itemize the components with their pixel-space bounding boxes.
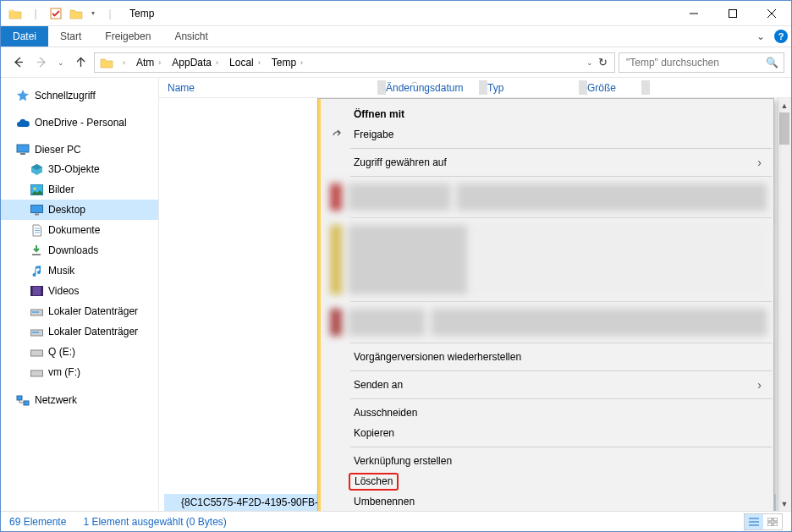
- network-icon: [16, 393, 30, 407]
- view-tab[interactable]: Ansicht: [162, 26, 219, 47]
- sidebar-localdisk-1[interactable]: Lokaler Datenträger: [1, 301, 158, 321]
- sidebar-thispc[interactable]: Dieser PC: [1, 140, 158, 159]
- view-icons-button[interactable]: [763, 514, 782, 529]
- qat-newfolder-icon[interactable]: [67, 4, 85, 23]
- ctx-create-shortcut[interactable]: Verknüpfung erstellen: [318, 451, 773, 471]
- sidebar-label: Downloads: [48, 244, 98, 256]
- sidebar-label: Lokaler Datenträger: [48, 305, 138, 317]
- search-icon[interactable]: 🔍: [766, 57, 778, 69]
- content-pane: Name ︿ Änderungsdatum Typ Größe Öffnen m…: [159, 78, 791, 511]
- nav-up-button[interactable]: [70, 52, 91, 73]
- ctx-share[interactable]: Freigabe: [318, 124, 773, 145]
- title-bar: | ▾ | Temp: [1, 1, 791, 26]
- svg-rect-12: [30, 205, 42, 212]
- search-input[interactable]: [624, 56, 751, 69]
- svg-rect-13: [35, 213, 39, 215]
- col-size-header[interactable]: Größe: [579, 82, 641, 94]
- scroll-down-icon[interactable]: ▼: [778, 496, 791, 511]
- svg-rect-17: [32, 254, 41, 255]
- svg-rect-34: [767, 523, 772, 526]
- delete-highlight: Löschen: [349, 473, 399, 491]
- ctx-copy[interactable]: Kopieren: [318, 423, 773, 443]
- close-button[interactable]: [752, 1, 791, 26]
- sidebar-network[interactable]: Netzwerk: [1, 391, 158, 409]
- sidebar-label: Videos: [48, 285, 79, 297]
- sidebar-label: Musik: [48, 265, 74, 277]
- sidebar-music[interactable]: Musik: [1, 261, 158, 281]
- svg-rect-33: [773, 518, 778, 521]
- documents-icon: [30, 223, 43, 237]
- sidebar-3d-objects[interactable]: 3D-Objekte: [1, 159, 158, 179]
- ctx-send-to[interactable]: Senden an›: [318, 375, 773, 395]
- crumb-1[interactable]: AppData›: [168, 53, 226, 72]
- ctx-rename[interactable]: Umbenennen: [318, 491, 773, 511]
- scroll-thumb[interactable]: [779, 112, 789, 145]
- videos-icon: [30, 284, 43, 298]
- sidebar-localdisk-2[interactable]: Lokaler Datenträger: [1, 321, 158, 342]
- sidebar-pictures[interactable]: Bilder: [1, 179, 158, 200]
- address-bar[interactable]: › Atm› AppData› Local› Temp› ⌄ ↻: [94, 52, 615, 73]
- maximize-button[interactable]: [713, 1, 752, 26]
- status-bar: 69 Elemente 1 Element ausgewählt (0 Byte…: [1, 511, 791, 531]
- context-menu: Öffnen mit Freigabe Zugriff gewähren auf…: [317, 98, 774, 511]
- help-button[interactable]: ?: [771, 26, 791, 47]
- sidebar-documents[interactable]: Dokumente: [1, 220, 158, 240]
- column-headers: Name ︿ Änderungsdatum Typ Größe: [159, 78, 791, 98]
- nav-forward-button[interactable]: [31, 52, 52, 73]
- sidebar-label: vm (F:): [48, 366, 80, 378]
- sidebar-label: Dokumente: [48, 224, 100, 236]
- view-mode-toggle: [744, 513, 783, 530]
- drive-icon: [30, 304, 43, 318]
- nav-back-button[interactable]: [8, 52, 28, 73]
- help-icon: ?: [774, 30, 788, 43]
- address-folder-icon: [98, 57, 115, 69]
- minimize-button[interactable]: [674, 1, 713, 26]
- sidebar-label: Netzwerk: [35, 394, 77, 406]
- svg-rect-24: [32, 332, 39, 333]
- sidebar-quickaccess[interactable]: Schnellzugriff: [1, 86, 158, 105]
- ctx-delete[interactable]: Löschen: [318, 471, 773, 491]
- sidebar-videos[interactable]: Videos: [1, 281, 158, 301]
- start-tab[interactable]: Start: [48, 26, 93, 47]
- ctx-cut[interactable]: Ausschneiden: [318, 403, 773, 423]
- status-selection: 1 Element ausgewählt (0 Bytes): [83, 516, 226, 528]
- file-list[interactable]: Öffnen mit Freigabe Zugriff gewähren auf…: [159, 98, 791, 511]
- col-type-header[interactable]: Typ: [479, 82, 579, 94]
- crumb-2[interactable]: Local›: [226, 53, 268, 72]
- ribbon-collapse-icon[interactable]: ⌄: [751, 26, 771, 47]
- sidebar-label: Lokaler Datenträger: [48, 326, 138, 337]
- col-date-header[interactable]: Änderungsdatum: [377, 82, 479, 94]
- sidebar-desktop[interactable]: Desktop: [1, 200, 158, 220]
- crumb-3[interactable]: Temp›: [268, 53, 311, 72]
- nav-recent-dropdown[interactable]: ⌄: [55, 52, 67, 73]
- svg-rect-9: [20, 153, 25, 155]
- downloads-icon: [30, 244, 43, 257]
- ctx-blurred-1: [327, 180, 770, 214]
- col-name-header[interactable]: Name: [159, 82, 377, 94]
- sidebar-label: OneDrive - Personal: [35, 117, 127, 129]
- ctx-restore-versions[interactable]: Vorgängerversionen wiederherstellen: [318, 347, 773, 367]
- desktop-icon: [30, 203, 43, 217]
- share-tab[interactable]: Freigeben: [93, 26, 162, 47]
- scroll-up-icon[interactable]: ▲: [778, 98, 791, 112]
- ctx-grant-access[interactable]: Zugriff gewähren auf›: [318, 152, 773, 173]
- svg-rect-8: [17, 145, 29, 152]
- address-history-dropdown[interactable]: ⌄: [586, 58, 593, 67]
- nav-pane: Schnellzugriff OneDrive - Personal Diese…: [1, 78, 159, 511]
- crumb-chevron[interactable]: ›: [115, 53, 133, 72]
- sidebar-drive-vm[interactable]: vm (F:): [1, 362, 158, 382]
- search-box[interactable]: 🔍: [619, 52, 784, 73]
- star-icon: [16, 89, 30, 102]
- qat-dropdown-icon[interactable]: ▾: [87, 4, 99, 23]
- svg-rect-22: [32, 311, 39, 313]
- ctx-open-with[interactable]: Öffnen mit: [318, 104, 773, 124]
- qat-properties-icon[interactable]: [47, 4, 65, 23]
- refresh-button[interactable]: ↻: [598, 56, 608, 69]
- sidebar-downloads[interactable]: Downloads: [1, 240, 158, 261]
- sidebar-drive-q[interactable]: Q (E:): [1, 342, 158, 362]
- view-details-button[interactable]: [745, 514, 763, 529]
- crumb-0[interactable]: Atm›: [133, 53, 168, 72]
- file-tab[interactable]: Datei: [1, 26, 48, 47]
- scrollbar[interactable]: ▲ ▼: [777, 98, 791, 511]
- sidebar-onedrive[interactable]: OneDrive - Personal: [1, 113, 158, 132]
